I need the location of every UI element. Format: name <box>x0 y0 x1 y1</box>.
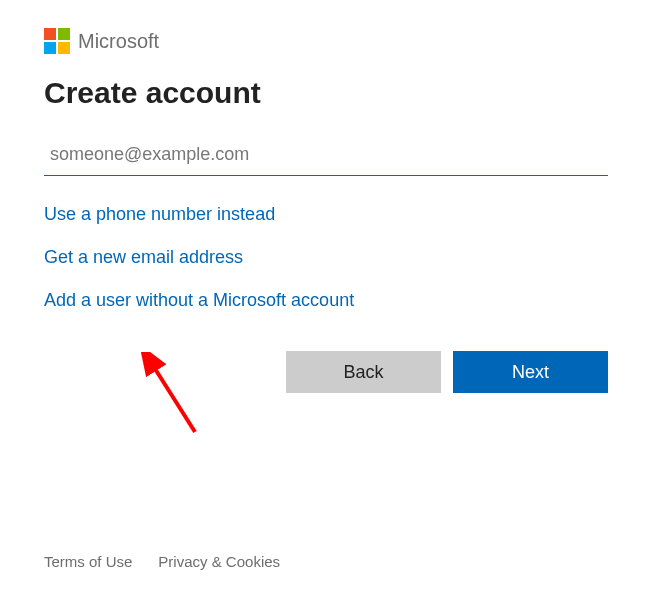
brand-name: Microsoft <box>78 30 159 53</box>
email-input[interactable] <box>44 138 608 176</box>
back-button[interactable]: Back <box>286 351 441 393</box>
use-phone-link[interactable]: Use a phone number instead <box>44 204 275 225</box>
page-title: Create account <box>44 76 608 110</box>
button-row: Back Next <box>44 351 608 393</box>
add-user-no-account-link[interactable]: Add a user without a Microsoft account <box>44 290 354 311</box>
privacy-link[interactable]: Privacy & Cookies <box>158 553 280 570</box>
svg-rect-0 <box>44 28 56 40</box>
microsoft-logo-icon <box>44 28 70 54</box>
next-button[interactable]: Next <box>453 351 608 393</box>
svg-rect-1 <box>58 28 70 40</box>
brand-bar: Microsoft <box>44 28 608 54</box>
svg-rect-3 <box>58 42 70 54</box>
terms-link[interactable]: Terms of Use <box>44 553 132 570</box>
footer-links: Terms of Use Privacy & Cookies <box>44 553 280 570</box>
svg-rect-2 <box>44 42 56 54</box>
new-email-link[interactable]: Get a new email address <box>44 247 243 268</box>
